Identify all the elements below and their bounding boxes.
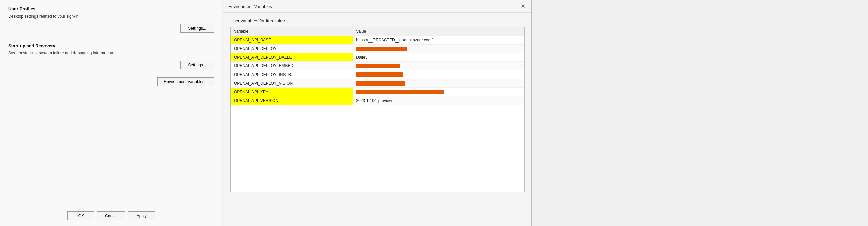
dialog-bottom-buttons: OK Cancel Apply [0,207,222,226]
variable-cell: OPENAI_API_BASE [231,36,353,45]
table-row[interactable]: OPENAI_API_KEY [231,88,524,96]
table-row[interactable]: OPENAI_API_VERSION2023-12-01-preview [231,96,524,105]
value-cell [353,45,524,53]
value-cell [353,88,524,96]
redacted-value [356,64,400,68]
variable-cell: OPENAI_API_DEPLOY [231,45,353,53]
table-row[interactable]: OPENAI_API_DEPLOY_EMBED [231,61,524,70]
value-cell: 2023-12-01-preview [353,96,524,105]
variable-cell: OPENAI_API_KEY [231,88,353,96]
redacted-value [356,72,403,77]
table-header-row: Variable Value [231,27,524,36]
value-cell: https://__REDACTED__openai.azure.com/ [353,36,524,45]
env-table-wrapper[interactable]: Variable Value OPENAI_API_BASEhttps://__… [230,27,525,192]
value-cell [353,61,524,70]
value-cell: Dalle3 [353,53,524,61]
variable-cell: OPENAI_API_DEPLOY_VISION [231,79,353,88]
table-row[interactable]: OPENAI_API_DEPLOY_INSTR... [231,70,524,79]
redacted-value [356,81,405,86]
variable-cell: OPENAI_API_DEPLOY_DALLE [231,53,353,61]
variable-cell: OPENAI_API_DEPLOY_INSTR... [231,70,353,79]
table-row[interactable]: OPENAI_API_DEPLOY_DALLEDalle3 [231,53,524,61]
value-cell [353,70,524,79]
table-row[interactable]: OPENAI_API_BASEhttps://__REDACTED__opena… [231,36,524,45]
user-profiles-settings-button[interactable]: Settings... [180,24,214,33]
redacted-value [356,47,407,51]
user-profiles-section: User Profiles Desktop settings related t… [0,0,222,37]
close-button[interactable]: ✕ [519,4,527,9]
apply-button[interactable]: Apply [128,211,155,220]
user-vars-label: User variables for Iturakulov [230,18,525,23]
user-profiles-title: User Profiles [8,6,214,11]
table-row[interactable]: OPENAI_API_DEPLOY_VISION [231,79,524,88]
variable-column-header: Variable [231,27,353,36]
environment-variables-button[interactable]: Environment Variables... [157,77,214,86]
startup-recovery-description: System start-up, system failure and debu… [8,50,214,56]
ok-button[interactable]: OK [67,211,94,220]
user-profiles-description: Desktop settings related to your sign-in [8,13,214,19]
dialog-titlebar: Environment Variables ✕ [223,0,531,13]
cancel-button[interactable]: Cancel [97,211,125,220]
env-variables-table: Variable Value OPENAI_API_BASEhttps://__… [231,27,524,105]
redacted-value [356,90,444,94]
startup-recovery-settings-button[interactable]: Settings... [180,61,214,69]
startup-recovery-title: Start-up and Recovery [8,43,214,48]
system-properties-dialog: User Profiles Desktop settings related t… [0,0,222,226]
dialog-title: Environment Variables [228,4,272,9]
value-column-header: Value [353,27,524,36]
table-row[interactable]: OPENAI_API_DEPLOY [231,45,524,53]
variable-cell: OPENAI_API_VERSION [231,96,353,105]
variable-cell: OPENAI_API_DEPLOY_EMBED [231,61,353,70]
startup-recovery-section: Start-up and Recovery System start-up, s… [0,37,222,74]
environment-variables-dialog: Environment Variables ✕ User variables f… [223,0,532,226]
value-cell [353,79,524,88]
env-variables-btn-row: Environment Variables... [0,74,222,89]
env-variables-content: User variables for Iturakulov Variable V… [223,13,531,226]
